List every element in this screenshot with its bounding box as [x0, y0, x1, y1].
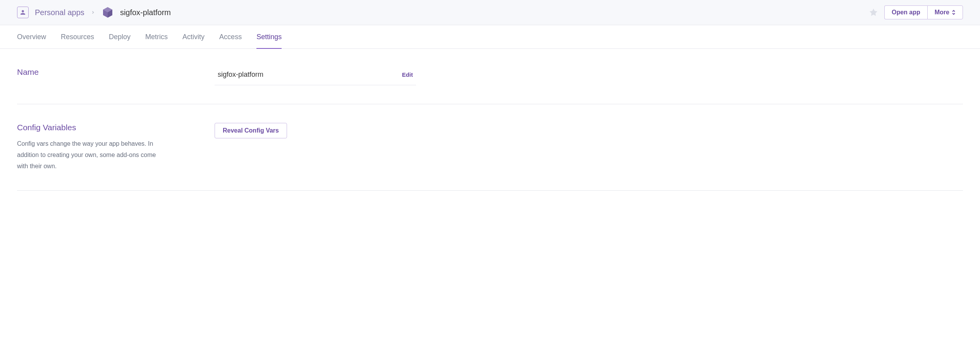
breadcrumb: Personal apps sigfox-platform — [17, 6, 171, 19]
header-button-group: Open app More — [884, 5, 963, 19]
content-area: Name sigfox-platform Edit Config Variabl… — [0, 49, 980, 191]
tab-deploy[interactable]: Deploy — [109, 25, 131, 49]
tab-resources[interactable]: Resources — [61, 25, 94, 49]
name-row: sigfox-platform Edit — [215, 67, 416, 85]
chevron-up-down-icon — [952, 10, 956, 15]
tab-activity[interactable]: Activity — [182, 25, 205, 49]
hexagon-icon — [101, 6, 114, 19]
header-actions: Open app More — [869, 5, 963, 19]
section-name-title: Name — [17, 67, 199, 77]
section-name: Name sigfox-platform Edit — [17, 49, 963, 104]
more-button-label: More — [935, 9, 949, 16]
reveal-config-vars-button[interactable]: Reveal Config Vars — [215, 123, 287, 138]
app-name-value: sigfox-platform — [218, 71, 263, 79]
section-config-right: Reveal Config Vars — [215, 123, 416, 172]
tab-settings[interactable]: Settings — [256, 25, 282, 49]
breadcrumb-personal-apps[interactable]: Personal apps — [35, 8, 84, 17]
section-name-left: Name — [17, 67, 215, 85]
chevron-right-icon — [91, 10, 95, 15]
section-name-right: sigfox-platform Edit — [215, 67, 416, 85]
edit-name-button[interactable]: Edit — [402, 71, 413, 78]
section-config-description: Config vars change the way your app beha… — [17, 138, 164, 172]
header-bar: Personal apps sigfox-platform Open app M… — [0, 0, 980, 25]
tab-bar: Overview Resources Deploy Metrics Activi… — [0, 25, 980, 49]
more-button[interactable]: More — [927, 5, 963, 19]
section-config-vars: Config Variables Config vars change the … — [17, 104, 963, 191]
section-config-title: Config Variables — [17, 123, 199, 132]
person-icon[interactable] — [17, 7, 29, 18]
tab-metrics[interactable]: Metrics — [145, 25, 168, 49]
tab-access[interactable]: Access — [219, 25, 242, 49]
breadcrumb-app-name: sigfox-platform — [120, 8, 171, 17]
section-config-left: Config Variables Config vars change the … — [17, 123, 215, 172]
tab-overview[interactable]: Overview — [17, 25, 46, 49]
star-icon[interactable] — [869, 8, 878, 17]
open-app-button[interactable]: Open app — [884, 5, 927, 19]
